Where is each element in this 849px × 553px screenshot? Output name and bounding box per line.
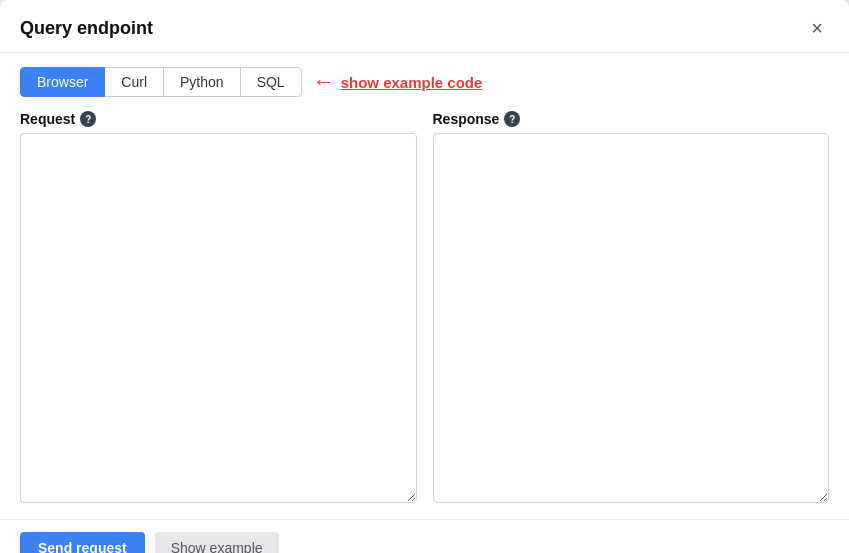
arrow-icon: ← — [313, 71, 335, 93]
panels: Request ? Response ? — [20, 111, 829, 503]
show-example-annotation: ← show example code — [313, 71, 483, 93]
tab-sql[interactable]: SQL — [240, 67, 302, 97]
request-textarea[interactable] — [20, 133, 417, 503]
modal: Query endpoint × Browser Curl Python SQL… — [0, 0, 849, 553]
tab-python[interactable]: Python — [163, 67, 241, 97]
tab-browser[interactable]: Browser — [20, 67, 105, 97]
show-example-button[interactable]: Show example — [155, 532, 279, 553]
response-label: Response ? — [433, 111, 830, 127]
request-panel: Request ? — [20, 111, 417, 503]
modal-footer: Send request Show example — [0, 519, 849, 553]
response-help-icon[interactable]: ? — [504, 111, 520, 127]
modal-title: Query endpoint — [20, 18, 153, 39]
response-panel: Response ? — [433, 111, 830, 503]
modal-header: Query endpoint × — [0, 0, 849, 53]
close-button[interactable]: × — [805, 16, 829, 40]
modal-body: Browser Curl Python SQL ← show example c… — [0, 53, 849, 519]
show-example-code-link[interactable]: show example code — [341, 74, 483, 91]
request-help-icon[interactable]: ? — [80, 111, 96, 127]
tab-bar: Browser Curl Python SQL ← show example c… — [20, 67, 829, 97]
tab-curl[interactable]: Curl — [104, 67, 164, 97]
send-request-button[interactable]: Send request — [20, 532, 145, 553]
response-textarea[interactable] — [433, 133, 830, 503]
request-label: Request ? — [20, 111, 417, 127]
